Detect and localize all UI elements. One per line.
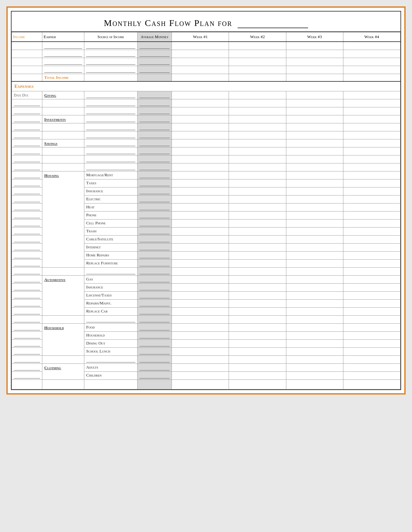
clothing-avg-1: [138, 364, 172, 372]
auto-avg-3: [138, 292, 172, 300]
investments-w1-2: [172, 123, 229, 131]
giving-w3-3: [286, 107, 343, 115]
clothing-avg-2: [138, 372, 172, 380]
auto-avg-5: [138, 308, 172, 316]
bottom-spacer-7: [286, 380, 343, 389]
housing-dd-2: [12, 179, 42, 187]
auto-item-1: Gas: [84, 276, 137, 284]
housing-avg-10: [138, 244, 172, 252]
auto-avg-1: [138, 276, 172, 284]
savings-w1-2: [172, 147, 229, 155]
giving-w1-3: [172, 107, 229, 115]
housing-avg-3: [138, 187, 172, 195]
housing-w2-7: [229, 220, 286, 228]
clothing-w1-2: [172, 372, 229, 380]
avg-cell-2: [138, 50, 172, 58]
auto-w2-2: [229, 284, 286, 292]
savings-avg-2: [138, 147, 172, 155]
auto-dd-5: [12, 308, 42, 316]
clothing-w3-2: [286, 372, 343, 380]
auto-spacer-w1: [172, 316, 229, 324]
hh-item-2: Household: [84, 332, 137, 340]
earner-cell-4: [42, 66, 84, 74]
savings-row-3: [12, 155, 400, 163]
investments-source-2: [84, 123, 137, 131]
housing-w1-5: [172, 204, 229, 212]
savings-w2: [229, 139, 286, 147]
giving-e-2: [42, 99, 84, 107]
investments-w4-2: [343, 123, 400, 131]
auto-avg-4: [138, 300, 172, 308]
auto-spacer-w3: [286, 316, 343, 324]
w1-cell-1: [172, 42, 229, 50]
income-cell-3: [12, 58, 42, 66]
housing-w4-4: [343, 195, 400, 204]
earner-header: Earner: [42, 32, 84, 42]
savings-source-1: [84, 139, 137, 147]
hh-spacer-w1: [172, 356, 229, 364]
giving-source-1: [84, 91, 137, 99]
w4-cell-2: [343, 50, 400, 58]
housing-w2-10: [229, 244, 286, 252]
housing-label: Housing: [42, 171, 84, 268]
savings-w1-4: [172, 163, 229, 171]
auto-w4-4: [343, 300, 400, 308]
auto-dd-1: [12, 276, 42, 284]
savings-e-4: [42, 163, 84, 171]
housing-avg-9: [138, 236, 172, 244]
source-cell-4: [84, 66, 137, 74]
housing-dd-12: [12, 260, 42, 268]
hh-avg-3: [138, 340, 172, 348]
housing-avg-4: [138, 195, 172, 204]
housing-item-6: Phone: [84, 212, 137, 220]
housing-dd-8: [12, 228, 42, 236]
housing-w3-2: [286, 179, 343, 187]
housing-w2-5: [229, 204, 286, 212]
housing-w2-9: [229, 236, 286, 244]
housing-item-10: Internet: [84, 244, 137, 252]
giving-label: Giving: [42, 91, 84, 99]
savings-e-3: [42, 155, 84, 163]
auto-spacer-dd: [12, 316, 42, 324]
clothing-item-2: Children: [84, 372, 137, 380]
auto-w1-3: [172, 292, 229, 300]
savings-w4-3: [343, 155, 400, 163]
housing-item-12: Replace Furniture: [84, 260, 137, 268]
income-row-1: [12, 42, 400, 50]
savings-label: Savings: [42, 139, 84, 147]
housing-w2-4: [229, 195, 286, 204]
investments-w4: [343, 115, 400, 123]
investments-header-row: Investments: [12, 115, 400, 123]
bottom-spacer-1: [12, 380, 42, 389]
housing-w4-12: [343, 260, 400, 268]
housing-w3-5: [286, 204, 343, 212]
clothing-dd-1: [12, 364, 42, 372]
hh-item-4: School Lunch: [84, 348, 137, 356]
w2-cell-4: [229, 66, 286, 74]
savings-header-row: Savings: [12, 139, 400, 147]
clothing-label: Clothing: [42, 364, 84, 380]
income-header: Income: [12, 32, 42, 42]
w1-cell-3: [172, 58, 229, 66]
savings-w4-2: [343, 147, 400, 155]
auto-w2-4: [229, 300, 286, 308]
investments-w4-3: [343, 131, 400, 139]
hh-w4-3: [343, 340, 400, 348]
housing-spacer: [12, 268, 400, 276]
savings-dd-3: [12, 155, 42, 163]
earner-cell-3: [42, 58, 84, 66]
savings-w1: [172, 139, 229, 147]
auto-w3-5: [286, 308, 343, 316]
hh-w3-1: [286, 324, 343, 332]
bottom-spacer-8: [343, 380, 400, 389]
savings-w3-3: [286, 155, 343, 163]
giving-dd-2: [12, 99, 42, 107]
housing-w4-11: [343, 252, 400, 260]
household-spacer: [12, 356, 400, 364]
housing-w2-8: [229, 228, 286, 236]
hh-dd-4: [12, 348, 42, 356]
housing-w1-8: [172, 228, 229, 236]
week2-header: Week #2: [229, 32, 286, 42]
savings-avg-4: [138, 163, 172, 171]
housing-w3-10: [286, 244, 343, 252]
